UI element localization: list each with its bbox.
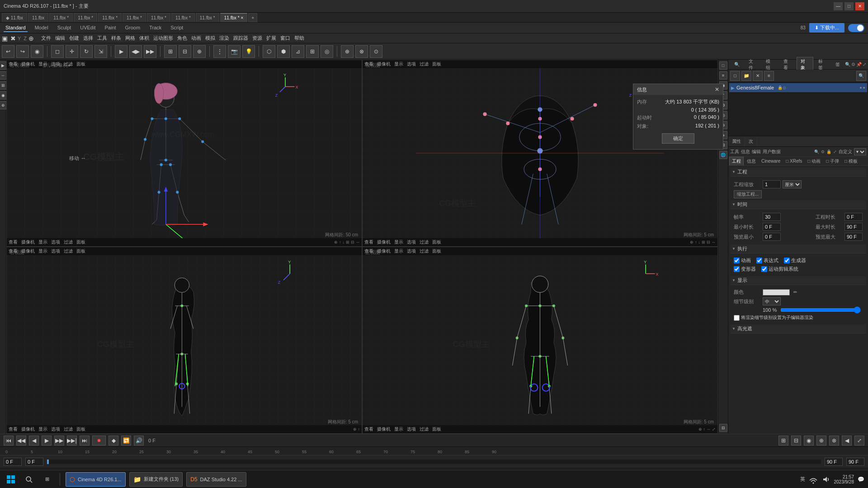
section-header-project[interactable]: 工程	[730, 168, 866, 177]
vp3-bottom-panel[interactable]: 面板	[76, 426, 85, 432]
tl-playhead[interactable]	[47, 460, 49, 464]
menu-simulate[interactable]: 模拟	[203, 34, 217, 42]
tl-keyframe[interactable]: ◆	[108, 436, 118, 446]
tool-icon[interactable]: ⊕	[28, 35, 34, 42]
menu-create[interactable]: 创建	[67, 34, 81, 42]
tl-btn-r7[interactable]: ⤢	[854, 436, 864, 446]
tl-to-end[interactable]: ⏭	[80, 436, 90, 446]
vp1-nav-opt[interactable]: 选项	[51, 61, 60, 67]
vp1-bottom-select[interactable]: 选项	[51, 239, 60, 245]
vp3-nav-btn1[interactable]: ⊕	[353, 427, 357, 432]
prop-config-icon[interactable]: ⚙	[821, 150, 825, 154]
menu-tracker[interactable]: 跟踪器	[231, 34, 250, 42]
vp3-nav-view[interactable]: 查看	[9, 248, 18, 254]
lod-checkbox[interactable]	[734, 315, 740, 321]
tab-2[interactable]: 11.fbx	[28, 13, 48, 22]
vp4-bottom-view[interactable]: 查看	[364, 426, 373, 432]
vp2-nav-btn5[interactable]: ⊟	[707, 240, 710, 244]
prop-preset-select[interactable]: ▾	[854, 148, 866, 155]
menu-edit[interactable]: 编辑	[53, 34, 67, 42]
toolbar-extra3[interactable]: ⊙	[370, 45, 382, 58]
minimize-button[interactable]: —	[834, 2, 843, 10]
mode-groom[interactable]: Groom	[123, 24, 142, 32]
tab-1[interactable]: ◆ 11.fbx	[2, 13, 27, 22]
vp4-bottom-disp[interactable]: 显示	[394, 426, 403, 432]
tl-prev-frame[interactable]: ◀	[29, 436, 39, 446]
mode-sculpt[interactable]: Sculpt	[56, 24, 73, 32]
vp1-nav-disp[interactable]: 显示	[38, 61, 47, 67]
tl-next-key[interactable]: ▶▶|	[67, 436, 77, 446]
vp1-bottom-view[interactable]: 查看	[9, 239, 18, 245]
menu-mograph[interactable]: 运动图形	[151, 34, 175, 42]
tab-6[interactable]: 11.fbx *	[123, 13, 146, 22]
vp1-nav-btn3[interactable]: ↓	[343, 240, 345, 244]
lod-select[interactable]: 中 低 高	[763, 297, 781, 305]
taskbar-app-c4d[interactable]: ⬡ Cinema 4D R26.1...	[66, 472, 126, 487]
menu-anim[interactable]: 动画	[189, 34, 203, 42]
mode-script[interactable]: Script	[169, 24, 185, 32]
vp1-bottom-cam[interactable]: 摄像机	[21, 239, 35, 245]
taskbar-app-daz[interactable]: D5 DAZ Studio 4.22 ...	[186, 472, 246, 487]
tl-scrubber-track[interactable]	[47, 460, 821, 464]
vp4-bottom-filter[interactable]: 过滤	[420, 426, 429, 432]
info-dialog-close[interactable]: ✕	[715, 86, 719, 93]
vp4-nav-disp[interactable]: 显示	[394, 248, 403, 254]
vp3-nav-panel[interactable]: 面板	[76, 248, 85, 254]
menu-file[interactable]: 文件	[39, 34, 53, 42]
menu-spline[interactable]: 样条	[109, 34, 123, 42]
vp3-bottom-view[interactable]: 查看	[9, 426, 18, 432]
obj-toolbar-delete[interactable]: ✕	[753, 71, 763, 81]
menu-extend[interactable]: 扩展	[264, 34, 278, 42]
c4d-icon[interactable]: ▣	[2, 35, 8, 42]
tl-end-frame-left[interactable]	[825, 458, 843, 466]
tl-end-frame-right[interactable]	[846, 458, 864, 466]
vp2-bottom-view[interactable]: 查看	[364, 239, 373, 245]
toolbar-extra2[interactable]: ⊗	[355, 45, 368, 58]
vp3-bottom-filter[interactable]: 过滤	[64, 426, 73, 432]
rp-config-icon[interactable]: ⚙	[851, 62, 855, 67]
section-tab-cineware[interactable]: Cineware	[759, 158, 783, 164]
close-button[interactable]: ✕	[855, 2, 864, 10]
vp1-bottom-disp[interactable]: 显示	[38, 239, 47, 245]
obj-toolbar-sel[interactable]: ≡	[764, 71, 774, 81]
rp-search-icon[interactable]: 🔍	[845, 62, 850, 67]
toolbar-render2[interactable]: ◀▶	[129, 45, 142, 58]
expr-checkbox[interactable]	[756, 258, 762, 263]
vp2-nav-cam[interactable]: 摄像机	[377, 61, 391, 67]
vp2-nav-filter[interactable]: 过滤	[420, 61, 429, 67]
anim-checkbox[interactable]	[734, 258, 740, 263]
tl-record[interactable]: ⏺	[92, 436, 106, 446]
viewport-right[interactable]: 查看 摄像机 显示 选项 过滤 面板 右视图	[6, 247, 362, 434]
vp3-bottom-cam[interactable]: 摄像机	[21, 426, 35, 432]
info-dialog-header[interactable]: 信息 ✕	[633, 84, 723, 95]
deform-checkbox[interactable]	[734, 266, 740, 272]
menu-mesh[interactable]: 网格	[123, 34, 137, 42]
obj-toolbar-search[interactable]: 🔍	[856, 71, 866, 81]
vp2-nav-panel[interactable]: 面板	[432, 61, 441, 67]
vp3-nav-disp[interactable]: 显示	[38, 248, 47, 254]
tab-5[interactable]: 11.fbx *	[98, 13, 122, 22]
edit-tab-btn[interactable]: 编辑	[752, 149, 761, 155]
obj-vis-dot2[interactable]: ●	[863, 85, 865, 90]
vp4-nav-view[interactable]: 查看	[364, 248, 373, 254]
section-header-playback[interactable]: 执行	[730, 244, 866, 253]
tl-to-start[interactable]: ⏮	[4, 436, 14, 446]
vp3-bottom-disp[interactable]: 显示	[38, 426, 47, 432]
vp2-nav-btn1[interactable]: ⊕	[690, 240, 693, 244]
vp4-nav-cam[interactable]: 摄像机	[377, 248, 391, 254]
toolbar-live[interactable]: ◉	[31, 45, 43, 58]
vp2-bottom-cam[interactable]: 摄像机	[377, 239, 391, 245]
rp-pin-icon[interactable]: 📌	[856, 62, 862, 67]
toolbar-move[interactable]: ✛	[66, 45, 78, 58]
obj-toolbar-new[interactable]: □	[730, 71, 740, 81]
vp1-bottom-filter[interactable]: 过滤	[64, 239, 73, 245]
toolbar-rotate[interactable]: ↻	[80, 45, 93, 58]
section-tab-project[interactable]: 工程	[729, 157, 744, 166]
rp-tab-bookmark[interactable]: 签	[831, 60, 844, 69]
vp4-nav-filter[interactable]: 过滤	[420, 248, 429, 254]
min-input[interactable]	[763, 223, 781, 231]
vp1-nav-view[interactable]: 查看	[9, 61, 18, 67]
scale-unit-select[interactable]: 厘米	[783, 180, 802, 188]
section-tab-template[interactable]: □ 模板	[842, 157, 860, 165]
prop-expand-icon[interactable]: ⤢	[833, 150, 837, 154]
